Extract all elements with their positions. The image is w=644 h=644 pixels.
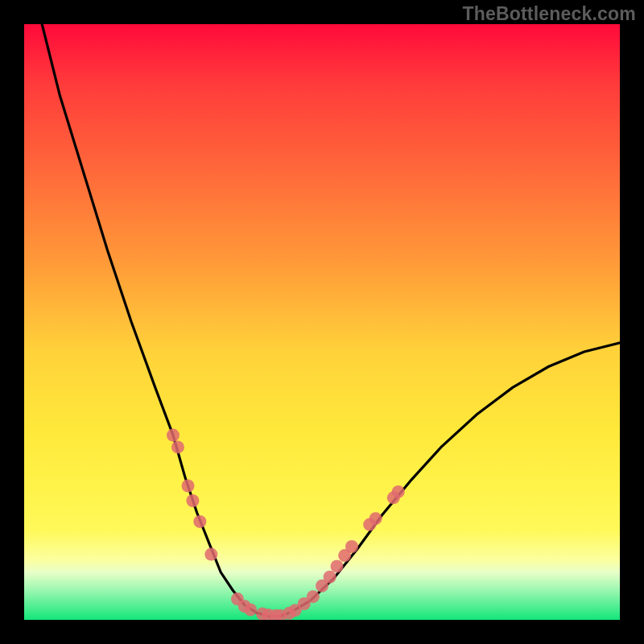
plot-area — [24, 24, 620, 620]
chart-frame: TheBottleneck.com — [0, 0, 644, 644]
data-marker — [182, 480, 195, 493]
bottleneck-curve — [42, 24, 620, 617]
data-marker — [167, 429, 180, 442]
data-marker — [193, 515, 206, 528]
data-marker — [171, 440, 184, 453]
data-marker — [244, 603, 257, 616]
marker-group — [167, 429, 405, 620]
chart-svg — [24, 24, 620, 620]
data-marker — [186, 494, 199, 507]
data-marker — [345, 540, 358, 553]
data-marker — [392, 485, 405, 498]
attribution-label: TheBottleneck.com — [462, 3, 636, 25]
data-marker — [369, 512, 382, 525]
data-marker — [331, 559, 344, 572]
data-marker — [204, 548, 217, 561]
data-marker — [307, 590, 320, 603]
data-marker — [324, 571, 336, 584]
